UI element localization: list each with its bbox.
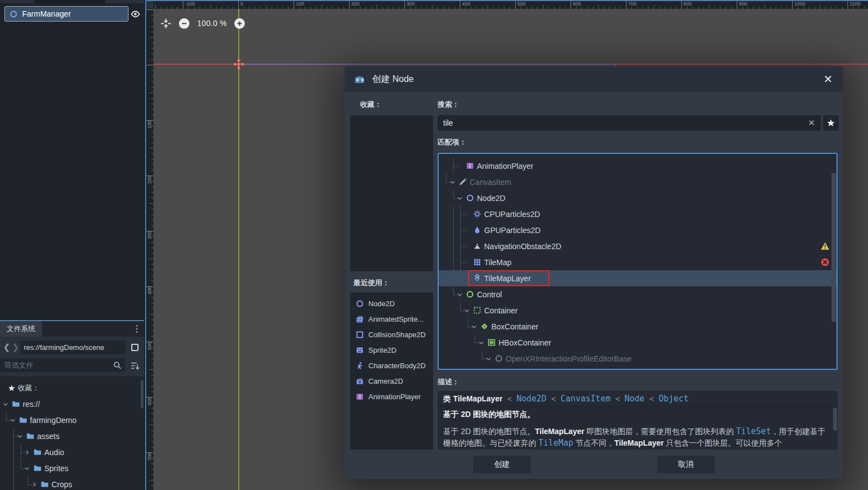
animation-player-icon xyxy=(466,162,474,170)
recent-item[interactable]: AnimatedSprite... xyxy=(350,311,433,327)
ruler-label: 300 xyxy=(147,231,152,239)
folder-row[interactable]: Crops xyxy=(0,476,141,490)
zoom-out-button[interactable] xyxy=(179,18,189,29)
description-label: 描述： xyxy=(438,377,459,387)
chevron-down-icon[interactable] xyxy=(2,401,9,408)
tree-guide xyxy=(13,460,14,476)
dialog-titlebar[interactable]: 创建 Node xyxy=(345,66,843,92)
match-tree-row[interactable]: Node2D xyxy=(439,190,836,206)
favorites-row[interactable]: 收藏： xyxy=(0,380,141,396)
zoom-in-button[interactable] xyxy=(234,18,245,29)
tree-guide xyxy=(453,206,454,222)
favorites-panel[interactable] xyxy=(350,115,433,271)
match-tree-row[interactable]: NavigationObstacle2D xyxy=(439,238,836,254)
match-tree-row[interactable]: GPUParticles2D xyxy=(439,222,836,238)
recent-item[interactable]: CharacterBody2D xyxy=(350,358,433,373)
chevron-down-icon[interactable] xyxy=(471,323,477,330)
tree-guide xyxy=(460,270,461,278)
match-tree-row[interactable]: Container xyxy=(439,302,836,318)
match-tree-row[interactable]: BoxContainer xyxy=(439,318,836,334)
clear-search-icon[interactable]: ✕ xyxy=(807,118,816,128)
node2d-icon xyxy=(466,194,474,202)
ruler-label: 700 xyxy=(147,452,152,461)
favorites-label: 收藏： xyxy=(360,100,382,110)
chevron-down-icon[interactable] xyxy=(24,465,30,472)
match-tree-row[interactable]: CPUParticles2D xyxy=(439,206,836,222)
chevron-down-icon[interactable] xyxy=(449,179,456,185)
ruler-label: 100 xyxy=(296,1,304,7)
tree-guide xyxy=(20,460,21,468)
sort-icon[interactable] xyxy=(128,359,141,372)
chevron-right-icon[interactable] xyxy=(24,449,30,456)
desc-segment: 基于 2D 图块的地图节点。 xyxy=(443,427,535,436)
animated-sprite-icon xyxy=(356,315,364,323)
zoom-toolbar: 100.0 % xyxy=(161,17,245,29)
scene-node-rename-field[interactable]: FarmManager xyxy=(4,6,129,22)
class-hierarchy: 类 TileMapLayer < Node2D < CanvasItem < N… xyxy=(438,391,838,407)
recent-item[interactable]: AnimationPlayer xyxy=(350,389,433,404)
tree-item-label: OpenXRInteractionProfileEditorBase xyxy=(506,354,631,363)
filter-files-input[interactable] xyxy=(0,358,125,372)
chevron-down-icon[interactable] xyxy=(464,307,470,314)
gpu-particles-icon xyxy=(473,226,481,234)
split-mode-icon[interactable] xyxy=(128,341,141,354)
horizontal-ruler: -100010020030040050060070080090010001100 xyxy=(153,1,868,9)
cancel-button[interactable]: 取消 xyxy=(657,456,715,473)
chevron-down-icon[interactable] xyxy=(17,433,23,440)
desc-segment: 节点不同， xyxy=(573,439,614,447)
match-tree-row[interactable]: OpenXRInteractionProfileEditorBase xyxy=(439,350,836,367)
center-view-icon[interactable] xyxy=(161,18,171,29)
toggle-favorite-button[interactable] xyxy=(823,115,839,131)
history-back-icon[interactable]: ❮ xyxy=(2,341,11,354)
tree-item-label: CPUParticles2D xyxy=(484,210,540,219)
recent-item-label: AnimationPlayer xyxy=(368,393,421,401)
folder-row[interactable]: assets xyxy=(0,428,141,444)
recent-item[interactable]: Sprite2D xyxy=(350,342,433,358)
current-path-field[interactable] xyxy=(20,341,125,354)
search-input[interactable] xyxy=(438,115,821,131)
tree-guide xyxy=(446,174,446,182)
tree-item-label: Crops xyxy=(52,480,72,489)
tab-filesystem[interactable]: 文件系统 xyxy=(0,321,42,337)
match-tree-row[interactable]: TileMapLayer xyxy=(439,270,836,286)
folder-row[interactable]: res:// xyxy=(0,396,141,412)
folder-row[interactable]: Audio xyxy=(0,444,141,460)
description-scrollbar[interactable] xyxy=(833,408,837,431)
chevron-down-icon[interactable] xyxy=(478,339,485,346)
description-brief: 基于 2D 图块的地图节点。 xyxy=(443,409,832,420)
match-tree-row[interactable]: TileMap xyxy=(439,254,836,270)
folder-row[interactable]: Sprites xyxy=(0,460,141,476)
recent-item[interactable]: Camera2D xyxy=(350,373,433,389)
tree-item-label: Control xyxy=(477,290,502,299)
nav-obstacle-icon xyxy=(473,242,481,250)
match-tree-row[interactable]: HBoxContainer xyxy=(439,334,836,350)
matches-tree: AnimationPlayerCanvasItemNode2DCPUPartic… xyxy=(438,153,838,370)
folder-row[interactable]: farmingDemo xyxy=(0,412,141,428)
ruler-corner xyxy=(146,1,153,9)
chevron-down-icon[interactable] xyxy=(485,355,492,362)
desc-segment: TileMapLayer xyxy=(535,427,584,436)
chevron-down-icon[interactable] xyxy=(456,195,463,202)
filesystem-scrollbar[interactable] xyxy=(141,380,143,409)
history-forward-icon[interactable]: ❯ xyxy=(11,341,20,354)
visibility-eye-icon[interactable] xyxy=(129,8,141,20)
ruler-label: 900 xyxy=(739,1,747,7)
tree-item-label: CanvasItem xyxy=(470,178,511,187)
description-body: 基于 2D 图块的地图节点。 基于 2D 图块的地图节点。TileMapLaye… xyxy=(438,407,838,450)
zoom-percent[interactable]: 100.0 % xyxy=(197,19,227,28)
recent-item[interactable]: Node2D xyxy=(350,296,433,311)
ruler-label: 200 xyxy=(147,176,152,184)
error-icon xyxy=(820,257,830,267)
matches-scrollbar[interactable] xyxy=(831,173,836,322)
match-tree-row[interactable]: CanvasItem xyxy=(439,174,836,190)
chevron-down-icon[interactable] xyxy=(9,417,16,424)
create-button[interactable]: 创建 xyxy=(473,456,531,473)
match-tree-row[interactable]: Control xyxy=(439,286,836,302)
match-tree-row[interactable]: AnimationPlayer xyxy=(439,158,836,174)
recent-item[interactable]: CollisionShape2D xyxy=(350,327,433,342)
close-icon[interactable]: ✕ xyxy=(821,72,835,86)
chevron-down-icon[interactable] xyxy=(456,291,463,298)
folder-icon xyxy=(12,400,20,408)
chevron-right-icon[interactable] xyxy=(31,481,38,488)
dock-menu-icon[interactable] xyxy=(132,323,142,334)
